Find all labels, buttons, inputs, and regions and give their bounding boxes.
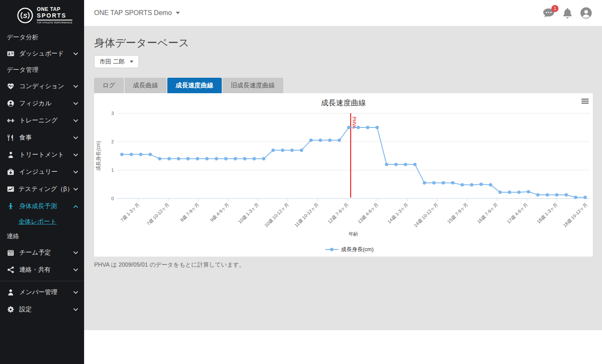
- id-card-icon: [7, 50, 16, 57]
- sidebar-item-label: ダッシュボード: [19, 50, 73, 58]
- sidebar-item-label: トレーニング: [19, 117, 73, 125]
- page-title: 身体データーベース: [94, 26, 593, 50]
- content-area: 身体データーベース 市田 二郎 ログ成長曲線成長速度曲線旧成長速度曲線 成長速度…: [84, 26, 602, 330]
- chevron-up-icon: [73, 205, 78, 208]
- sidebar-section-contact: 連絡: [0, 229, 84, 244]
- chevron-down-icon: [73, 119, 78, 122]
- sidebar: S ONE TAP SPORTS TOP ATHLETE PERFORMANCE…: [0, 0, 84, 364]
- chevron-down-icon: [73, 52, 78, 56]
- sidebar-section-data-management: データ管理: [0, 62, 84, 78]
- sidebar-item-treatment[interactable]: トリートメント: [0, 146, 84, 163]
- svg-text:3: 3: [111, 111, 114, 116]
- sidebar-item-testing[interactable]: テスティング（β）: [0, 181, 84, 198]
- sidebar-item-settings[interactable]: 設定: [0, 301, 84, 318]
- user-icon: [7, 289, 16, 296]
- chevron-down-icon: [73, 85, 78, 88]
- svg-text:18歳 1-3ヶ月: 18歳 1-3ヶ月: [536, 202, 558, 224]
- chart-panel: 成長速度曲線 01237歳 1-3ヶ月7歳 10-12ヶ月8歳 7-9ヶ月9歳 …: [94, 93, 593, 257]
- sidebar-item-meals[interactable]: 食事: [0, 129, 84, 146]
- hamburger-icon: [582, 99, 589, 104]
- sidebar-item-label: トリートメント: [19, 151, 73, 159]
- phva-footnote: PHVA は 2009/05/01 のデータをもとに計算しています。: [94, 261, 593, 269]
- sidebar-item-label: 連絡・共有: [19, 266, 73, 274]
- svg-text:2: 2: [111, 139, 114, 144]
- sidebar-section-data-analysis: データ分析: [0, 30, 84, 45]
- sidebar-nav: データ分析ダッシュボードデータ管理コンディションフィジカルトレーニング食事トリー…: [0, 30, 84, 318]
- sidebar-item-injury[interactable]: インジュリー: [0, 163, 84, 181]
- svg-text:0: 0: [111, 196, 114, 201]
- notification-badge: 1: [551, 5, 558, 12]
- share-icon: [7, 266, 16, 273]
- sidebar-item-label: インジュリー: [19, 168, 73, 176]
- person-circle-icon: [7, 100, 16, 107]
- caret-down-icon: [130, 61, 133, 63]
- sidebar-item-training[interactable]: トレーニング: [0, 112, 84, 129]
- one-tap-sports-logo: S ONE TAP SPORTS TOP ATHLETE PERFORMANCE: [0, 0, 84, 30]
- sidebar-item-label: メンバー管理: [19, 288, 73, 296]
- caret-down-icon: [176, 12, 180, 14]
- svg-text:14歳 1-3ヶ月: 14歳 1-3ヶ月: [387, 202, 409, 224]
- sidebar-item-label: 食事: [19, 134, 73, 142]
- logo-line1: ONE TAP: [37, 7, 72, 13]
- tab-growth-curve[interactable]: 成長曲線: [125, 78, 167, 93]
- svg-text:8歳 7-9ヶ月: 8歳 7-9ヶ月: [179, 202, 200, 223]
- bell-icon: [563, 8, 572, 18]
- svg-text:13歳 4-6ヶ月: 13歳 4-6ヶ月: [357, 202, 379, 224]
- child-icon: [7, 203, 16, 210]
- athlete-selector-dropdown[interactable]: 市田 二郎: [94, 55, 139, 68]
- sidebar-item-condition[interactable]: コンディション: [0, 78, 84, 95]
- x-axis-title: 年齢: [348, 231, 359, 237]
- tab-old-growth-velocity[interactable]: 旧成長速度曲線: [223, 78, 283, 93]
- heart-pulse-icon: [7, 83, 16, 90]
- sidebar-item-label: チーム予定: [19, 249, 73, 257]
- tab-log[interactable]: ログ: [94, 78, 124, 93]
- first-aid-icon: [7, 168, 16, 176]
- chart-line-icon: [7, 186, 15, 193]
- messages-button[interactable]: 1: [543, 8, 555, 18]
- chevron-down-icon: [73, 188, 78, 191]
- chevron-down-icon: [73, 136, 78, 140]
- y-axis-labels: 0123: [111, 111, 114, 201]
- sidebar-item-dashboard[interactable]: ダッシュボード: [0, 45, 84, 62]
- sidebar-item-member-management[interactable]: メンバー管理: [0, 284, 84, 301]
- chevron-down-icon: [73, 291, 78, 294]
- svg-text:10歳 1-3ヶ月: 10歳 1-3ヶ月: [237, 202, 260, 224]
- svg-text:9歳 4-6ヶ月: 9歳 4-6ヶ月: [209, 202, 230, 223]
- sidebar-subitem-overall-report[interactable]: 全体レポート: [0, 215, 84, 229]
- doctor-icon: [7, 151, 16, 158]
- svg-text:17歳 4-6ヶ月: 17歳 4-6ヶ月: [506, 202, 529, 224]
- legend-item[interactable]: 成長身長(cm): [325, 246, 374, 252]
- sidebar-item-growth-prediction[interactable]: 身体成長予測: [0, 198, 84, 215]
- account-button[interactable]: [580, 7, 592, 19]
- tab-bar: ログ成長曲線成長速度曲線旧成長速度曲線: [94, 78, 593, 93]
- chevron-down-icon: [73, 171, 78, 174]
- user-avatar-icon: [580, 7, 592, 19]
- team-selector-label: ONE TAP SPORTS Demo: [94, 9, 172, 17]
- tab-growth-velocity[interactable]: 成長速度曲線: [167, 78, 222, 93]
- chart-menu-button[interactable]: [582, 99, 589, 104]
- chevron-down-icon: [73, 251, 78, 255]
- sidebar-item-label: 設定: [19, 305, 73, 313]
- svg-text:12歳 7-9ヶ月: 12歳 7-9ヶ月: [327, 202, 349, 224]
- team-selector-dropdown[interactable]: ONE TAP SPORTS Demo: [94, 9, 180, 17]
- logo-icon: S: [17, 7, 33, 24]
- chevron-down-icon: [73, 102, 78, 105]
- series-growth-height: [120, 126, 587, 199]
- svg-text:S: S: [23, 12, 27, 19]
- sidebar-item-contact-share[interactable]: 連絡・共有: [0, 261, 84, 278]
- y-axis-title: 成長身長(cm): [95, 141, 101, 171]
- notifications-button[interactable]: [563, 8, 572, 18]
- topbar: ONE TAP SPORTS Demo 1: [84, 0, 602, 26]
- chevron-down-icon: [73, 268, 78, 272]
- svg-text:15歳 7-9ヶ月: 15歳 7-9ヶ月: [446, 202, 469, 224]
- svg-text:11歳 10-12ヶ月: 11歳 10-12ヶ月: [294, 202, 320, 228]
- logo-line2: SPORTS: [37, 13, 72, 20]
- x-axis-labels: 7歳 1-3ヶ月7歳 10-12ヶ月8歳 7-9ヶ月9歳 4-6ヶ月10歳 1-…: [120, 199, 589, 228]
- svg-text:7歳 1-3ヶ月: 7歳 1-3ヶ月: [120, 202, 141, 223]
- sidebar-item-label: フィジカル: [19, 99, 73, 107]
- sidebar-item-physical[interactable]: フィジカル: [0, 95, 84, 112]
- athlete-selector-label: 市田 二郎: [100, 58, 125, 66]
- calendar-icon: [7, 249, 16, 256]
- chevron-down-icon: [73, 308, 78, 311]
- sidebar-item-team-schedule[interactable]: チーム予定: [0, 244, 84, 261]
